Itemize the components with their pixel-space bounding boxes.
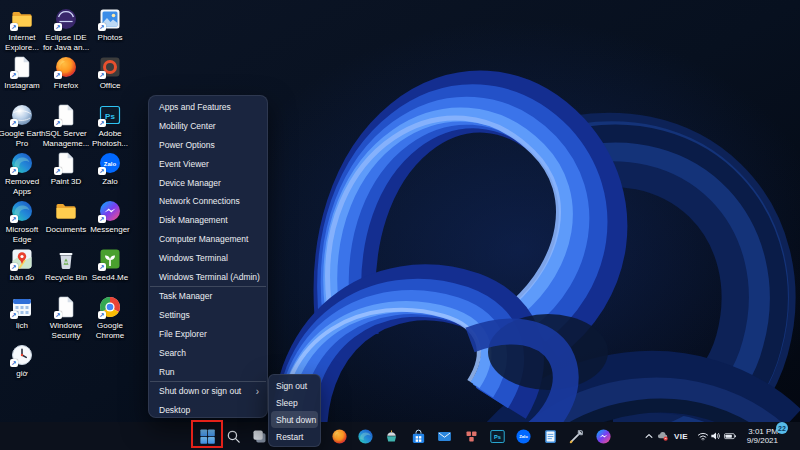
clock-time: 3:01 PM (736, 427, 778, 437)
seed-icon: ↗ (98, 247, 122, 271)
desktop-icon-label: Office (84, 81, 136, 91)
earth-icon: ↗ (10, 103, 34, 127)
desktop-icon-microsoft-edge[interactable]: ↗MicrosoftEdge (0, 199, 44, 244)
menu-item-device-manager[interactable]: Device Manager (149, 173, 267, 192)
desktop-icon-photos[interactable]: ↗Photos (88, 7, 132, 43)
shortcut-arrow-badge: ↗ (10, 71, 18, 79)
desktop-icon-zalo[interactable]: Zalo↗Zalo (88, 151, 132, 187)
menu-item-label: Event Viewer (159, 159, 259, 169)
svg-text:Ps: Ps (494, 433, 501, 439)
menu-item-desktop[interactable]: Desktop (149, 401, 267, 420)
desktop-icon-office[interactable]: ↗Office (88, 55, 132, 91)
tray-language-indicator[interactable]: VIE (670, 422, 692, 450)
menu-item-label: File Explorer (159, 329, 259, 339)
shortcut-arrow-badge: ↗ (10, 359, 18, 367)
menu-item-label: Device Manager (159, 178, 259, 188)
menu-item-mobility-center[interactable]: Mobility Center (149, 117, 267, 136)
taskbar-search-button[interactable] (220, 423, 247, 449)
desktop-icon-sql-server[interactable]: ↗SQL ServerManageme... (44, 103, 88, 148)
menu-item-file-explorer[interactable]: File Explorer (149, 325, 267, 344)
folder-icon: ↗ (10, 7, 34, 31)
menu-item-disk-management[interactable]: Disk Management (149, 211, 267, 230)
shortcut-arrow-badge: ↗ (10, 167, 18, 175)
desktop-icon-instagram[interactable]: ↗Instagram (0, 55, 44, 91)
desktop-icon-messenger[interactable]: ↗Messenger (88, 199, 132, 235)
menu-item-run[interactable]: Run (149, 362, 267, 381)
menu-item-label: Windows Terminal (Admin) (159, 272, 260, 282)
menu-item-label: Search (159, 348, 259, 358)
shortcut-arrow-badge: ↗ (54, 311, 62, 319)
taskbar-firefox-button[interactable] (326, 423, 353, 449)
menu-item-computer-management[interactable]: Computer Management (149, 230, 267, 249)
menu-item-apps-and-features[interactable]: Apps and Features (149, 98, 267, 117)
shortcut-arrow-badge: ↗ (98, 71, 106, 79)
taskbar-zalo-button[interactable]: Zalo (510, 423, 537, 449)
shortcut-arrow-badge: ↗ (10, 215, 18, 223)
menu-item-windows-terminal[interactable]: Windows Terminal (149, 248, 267, 267)
taskbar-store-button[interactable] (405, 423, 432, 449)
folder-icon (54, 199, 78, 223)
ps-icon: Ps↗ (98, 103, 122, 127)
menu-item-label: Power Options (159, 140, 259, 150)
zalo-icon: Zalo↗ (98, 151, 122, 175)
menu-item-network-connections[interactable]: Network Connections (149, 192, 267, 211)
submenu-item-sleep[interactable]: Sleep (269, 394, 320, 411)
menu-item-windows-terminal-admin[interactable]: Windows Terminal (Admin) (149, 267, 267, 286)
desktop-icon-label: AdobePhotosh... (84, 129, 136, 148)
desktop-icon-gio[interactable]: ↗giờ (0, 343, 44, 379)
taskbar-edge-button[interactable] (352, 423, 379, 449)
submenu-item-shut-down[interactable]: Shut down (271, 411, 318, 428)
windows-desktop: ↗InternetExplore...↗Instagram↗Google Ear… (0, 0, 800, 450)
desktop-icon-grid: ↗InternetExplore...↗Instagram↗Google Ear… (0, 0, 140, 400)
desktop-icon-recycle-bin[interactable]: Recycle Bin (44, 247, 88, 283)
desktop-icon-eclipse-ide[interactable]: ↗Eclipse IDEfor Java an... (44, 7, 88, 52)
menu-item-label: Run (159, 367, 259, 377)
notification-badge[interactable]: 22 (776, 422, 788, 434)
menu-item-event-viewer[interactable]: Event Viewer (149, 154, 267, 173)
desktop-icon-internet-explorer[interactable]: ↗InternetExplore... (0, 7, 44, 52)
desktop-icon-paint-3d[interactable]: ↗Paint 3D (44, 151, 88, 187)
taskbar-boat-app-button[interactable] (378, 423, 405, 449)
shortcut-arrow-badge: ↗ (54, 71, 62, 79)
submenu-item-restart[interactable]: Restart (269, 428, 320, 445)
menu-item-label: Desktop (159, 405, 259, 415)
desktop-icon-google-earth-pro[interactable]: ↗Google EarthPro (0, 103, 44, 148)
menu-item-power-options[interactable]: Power Options (149, 136, 267, 155)
desktop-icon-label: Zalo (84, 177, 136, 187)
tray-clock[interactable]: 3:01 PM9/9/2021 (736, 422, 778, 450)
desktop-icon-seed4me[interactable]: ↗Seed4.Me (88, 247, 132, 283)
shortcut-arrow-badge: ↗ (10, 119, 18, 127)
shortcut-arrow-badge: ↗ (54, 119, 62, 127)
chrome-icon: ↗ (98, 295, 122, 319)
menu-item-settings[interactable]: Settings (149, 306, 267, 325)
shutdown-submenu: Sign outSleepShut downRestart (268, 374, 321, 447)
menu-item-task-manager[interactable]: Task Manager (149, 287, 267, 306)
desktop-icon-label: Seed4.Me (84, 273, 136, 283)
submenu-item-sign-out[interactable]: Sign out (269, 377, 320, 394)
taskbar-notepad-button[interactable] (537, 423, 564, 449)
taskbar: PsZalo VIE3:01 PM9/9/202122 (0, 422, 800, 450)
taskbar-blocks-app-button[interactable] (458, 423, 485, 449)
menu-item-label: Computer Management (159, 234, 259, 244)
taskbar-photoshop-button[interactable]: Ps (484, 423, 511, 449)
tray-onedrive-icon[interactable] (655, 422, 671, 450)
shortcut-arrow-badge: ↗ (98, 23, 106, 31)
desktop-icon-lich[interactable]: ↗lịch (0, 295, 44, 331)
desktop-icon-documents[interactable]: Documents (44, 199, 88, 235)
calendar-icon: ↗ (10, 295, 34, 319)
shortcut-arrow-badge: ↗ (98, 311, 106, 319)
language-label: VIE (674, 432, 688, 441)
desktop-icon-windows-security[interactable]: ↗WindowsSecurity (44, 295, 88, 340)
menu-item-shut-down-or-sign-out[interactable]: Shut down or sign out› (149, 382, 267, 401)
taskbar-messenger-button[interactable] (590, 423, 617, 449)
taskbar-tools-button[interactable] (563, 423, 590, 449)
desktop-icon-ban-do[interactable]: ↗bản đồ (0, 247, 44, 283)
menu-item-search[interactable]: Search (149, 343, 267, 362)
winx-context-menu: Apps and FeaturesMobility CenterPower Op… (148, 95, 268, 418)
desktop-icon-adobe-photoshop[interactable]: Ps↗AdobePhotosh... (88, 103, 132, 148)
shortcut-arrow-badge: ↗ (98, 263, 106, 271)
desktop-icon-google-chrome[interactable]: ↗GoogleChrome (88, 295, 132, 340)
desktop-icon-firefox[interactable]: ↗Firefox (44, 55, 88, 91)
desktop-icon-removed-apps[interactable]: ↗RemovedApps (0, 151, 44, 196)
taskbar-mail-button[interactable] (431, 423, 458, 449)
